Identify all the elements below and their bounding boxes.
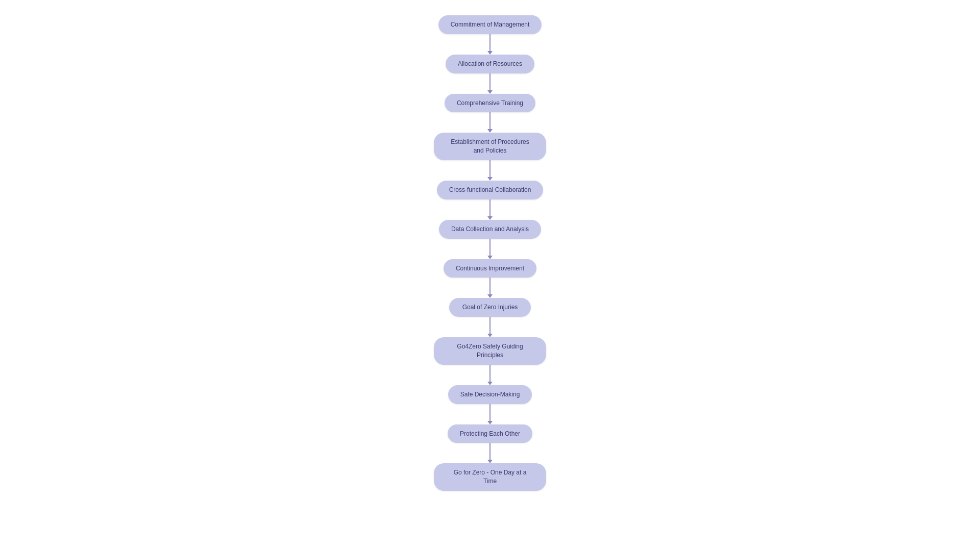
- connector-6: [487, 278, 493, 298]
- connector-1: [487, 73, 493, 94]
- connector-2: [487, 112, 493, 133]
- establishment-of-procedures: Establishment of Procedures and Policies: [434, 133, 546, 160]
- commitment-of-management: Commitment of Management: [438, 15, 542, 34]
- connector-4: [487, 199, 493, 220]
- cross-functional-collaboration: Cross-functional Collaboration: [437, 181, 544, 199]
- connector-7: [487, 317, 493, 337]
- data-collection-and-analysis: Data Collection and Analysis: [439, 220, 541, 239]
- connector-10: [487, 443, 493, 463]
- go4zero-safety-guiding-principles: Go4Zero Safety Guiding Principles: [434, 337, 546, 365]
- connector-9: [487, 404, 493, 424]
- connector-8: [487, 365, 493, 385]
- go-for-zero: Go for Zero - One Day at a Time: [434, 463, 546, 491]
- connector-5: [487, 239, 493, 259]
- allocation-of-resources: Allocation of Resources: [446, 55, 534, 73]
- comprehensive-training: Comprehensive Training: [445, 94, 535, 113]
- flowchart: Commitment of ManagementAllocation of Re…: [388, 15, 592, 491]
- continuous-improvement: Continuous Improvement: [444, 259, 536, 278]
- connector-0: [487, 34, 493, 55]
- protecting-each-other: Protecting Each Other: [448, 424, 532, 443]
- safe-decision-making: Safe Decision-Making: [448, 385, 532, 404]
- connector-3: [487, 160, 493, 181]
- goal-of-zero-injuries: Goal of Zero Injuries: [449, 298, 531, 317]
